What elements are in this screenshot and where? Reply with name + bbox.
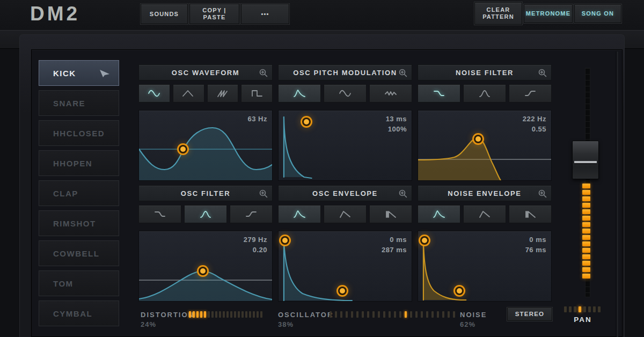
- noise-icon: [384, 88, 398, 99]
- osc-pitch-modulation-graph[interactable]: 13 ms100%: [278, 110, 412, 181]
- osc-noise-mix-slider[interactable]: [330, 311, 455, 318]
- pan-slider[interactable]: [564, 306, 601, 312]
- clear-pattern-button[interactable]: CLEAR PATTERN: [474, 2, 522, 25]
- led-segment: [260, 311, 262, 318]
- volume-led: [582, 261, 590, 266]
- graph-values: 13 ms100%: [386, 114, 407, 134]
- highpass-icon: [523, 88, 537, 99]
- zoom-in-icon[interactable]: [259, 189, 268, 199]
- sidebar-item-cymbal[interactable]: CYMBAL: [39, 301, 119, 326]
- drag-handle[interactable]: [422, 238, 427, 243]
- osc-waveform-triangle-button[interactable]: [173, 84, 204, 102]
- sidebar-item-cowbell[interactable]: COWBELL: [39, 240, 119, 266]
- osc-filter-lowpass-button[interactable]: [138, 205, 181, 223]
- sidebar-item-clap[interactable]: CLAP: [39, 180, 119, 206]
- led-segment: [583, 306, 586, 312]
- distortion-meter[interactable]: [189, 311, 262, 318]
- led-segment: [399, 311, 401, 318]
- led-segment: [579, 306, 581, 312]
- led-segment: [410, 311, 412, 318]
- graph-value: 0.55: [523, 124, 546, 134]
- sidebar-item-rimshot[interactable]: RIMSHOT: [39, 210, 119, 236]
- zoom-in-icon[interactable]: [398, 68, 408, 78]
- zoom-in-icon[interactable]: [538, 189, 547, 199]
- sidebar-item-tom[interactable]: TOM: [39, 270, 119, 296]
- noise-envelope-triangle-env-button[interactable]: [463, 205, 506, 223]
- drag-handle[interactable]: [282, 238, 288, 243]
- drag-handle[interactable]: [180, 146, 186, 152]
- sounds-button[interactable]: SOUNDS: [141, 4, 188, 24]
- led-segment: [226, 311, 229, 318]
- graph-value: 76 ms: [525, 245, 546, 255]
- drag-handle[interactable]: [304, 119, 309, 124]
- osc-envelope-retrig-button[interactable]: [369, 205, 412, 223]
- panel-header: NOISE ENVELOPE: [418, 185, 552, 201]
- sidebar-item-kick[interactable]: KICK: [39, 60, 119, 86]
- osc-pitch-modulation-decay-button[interactable]: [278, 84, 321, 102]
- osc-pitch-modulation-noise-button[interactable]: [369, 84, 412, 102]
- led-segment: [588, 306, 591, 312]
- zoom-in-icon[interactable]: [398, 189, 408, 199]
- osc-waveform-square-button[interactable]: [241, 84, 273, 102]
- osc-filter-highpass-button[interactable]: [230, 205, 273, 223]
- volume-led-column: [582, 184, 590, 279]
- waveshape-buttons: [138, 205, 273, 223]
- led-segment: [442, 311, 444, 318]
- led-segment: [426, 311, 428, 318]
- noise-filter-graph[interactable]: 222 Hz0.55: [418, 110, 552, 181]
- noise-filter-bandpass-button[interactable]: [463, 84, 506, 102]
- osc-pitch-modulation-sine-button[interactable]: [324, 84, 367, 102]
- osc-envelope-triangle-env-button[interactable]: [324, 205, 367, 223]
- triangle-env-icon: [338, 209, 352, 219]
- oscillator-value: 38%: [278, 320, 294, 328]
- noise-filter-lowpass-button[interactable]: [418, 84, 460, 102]
- copy-paste-button[interactable]: COPY | PASTE: [189, 4, 239, 24]
- drag-handle[interactable]: [457, 288, 462, 294]
- osc-waveform-saw-button[interactable]: [207, 84, 239, 102]
- led-segment: [383, 311, 385, 318]
- osc-envelope-decay-button[interactable]: [278, 205, 321, 223]
- led-segment: [598, 306, 601, 312]
- sidebar-item-hhclosed[interactable]: HHCLOSED: [39, 120, 119, 146]
- led-segment: [230, 311, 232, 318]
- panel-title: OSC FILTER: [181, 189, 230, 197]
- volume-led: [582, 209, 590, 214]
- metronome-button[interactable]: METRONOME: [524, 4, 573, 23]
- noise-envelope-decay-button[interactable]: [418, 205, 460, 223]
- led-segment: [340, 311, 342, 318]
- panel-header: NOISE FILTER: [418, 64, 552, 80]
- drag-handle[interactable]: [475, 136, 481, 142]
- volume-fader-handle[interactable]: [572, 141, 599, 179]
- noise-envelope-retrig-button[interactable]: [509, 205, 552, 223]
- song-on-button[interactable]: SONG ON: [574, 4, 621, 23]
- osc-envelope-graph[interactable]: 0 ms287 ms: [278, 231, 412, 302]
- osc-filter-bandpass-button[interactable]: [184, 205, 227, 223]
- led-segment: [245, 311, 247, 318]
- waveshape-buttons: [278, 205, 412, 223]
- sidebar-item-label: COWBELL: [53, 249, 99, 258]
- noise-label: NOISE: [460, 311, 487, 319]
- sidebar-item-label: HHCLOSED: [53, 129, 105, 138]
- noise-envelope-graph[interactable]: 0 ms76 ms: [418, 231, 552, 302]
- noise-filter-highpass-button[interactable]: [509, 84, 552, 102]
- drag-handle[interactable]: [200, 268, 206, 274]
- osc-waveform-graph[interactable]: 63 Hz: [138, 110, 273, 181]
- waveshape-buttons: [418, 84, 552, 102]
- more-button[interactable]: •••: [241, 4, 289, 24]
- drag-handle[interactable]: [340, 288, 345, 294]
- volume-led: [582, 235, 590, 240]
- osc-waveform-sine-button[interactable]: [138, 84, 170, 102]
- sidebar-item-label: HHOPEN: [53, 159, 92, 168]
- graph-value: 100%: [386, 124, 407, 134]
- sidebar-item-hhopen[interactable]: HHOPEN: [39, 150, 119, 176]
- led-segment: [223, 311, 225, 318]
- led-segment: [574, 306, 576, 312]
- volume-led: [582, 229, 590, 233]
- led-segment: [453, 311, 455, 318]
- zoom-in-icon[interactable]: [259, 68, 268, 78]
- stereo-button[interactable]: STEREO: [507, 307, 552, 321]
- zoom-in-icon[interactable]: [538, 68, 547, 78]
- sidebar-item-snare[interactable]: SNARE: [39, 90, 119, 116]
- osc-filter-graph[interactable]: 279 Hz0.20: [138, 231, 273, 302]
- graph-values: 63 Hz: [248, 114, 267, 124]
